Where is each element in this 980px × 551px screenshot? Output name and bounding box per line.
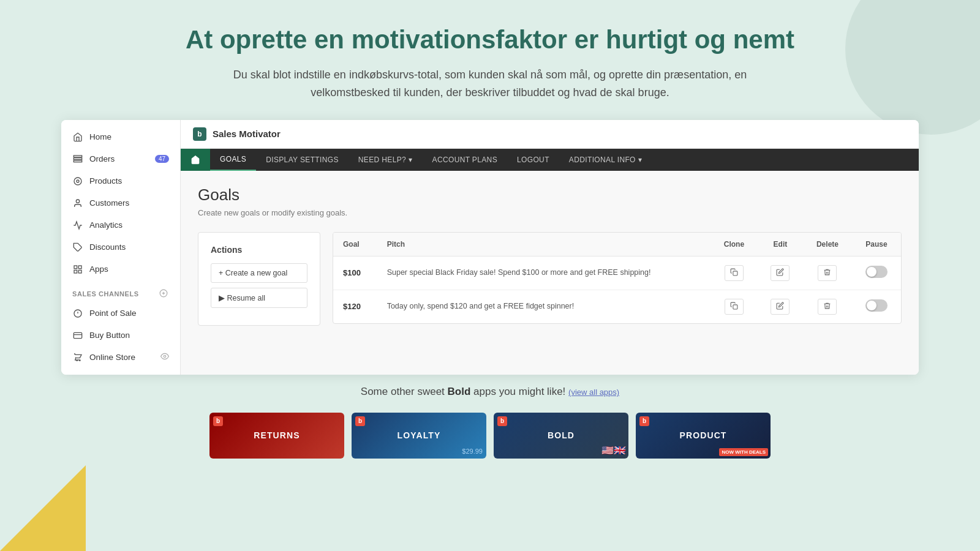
create-new-goal-button[interactable]: + Create a new goal: [211, 263, 307, 283]
nav-home-button[interactable]: [181, 149, 210, 171]
home-icon: [72, 132, 83, 143]
svg-rect-2: [74, 160, 81, 162]
resume-all-label: ▶ Resume all: [219, 293, 265, 302]
bottom-title: Some other sweet Bold apps you might lik…: [61, 386, 919, 398]
goals-table: Goal Pitch Clone Edit Delete Pause $100: [333, 233, 901, 323]
product-b-badge: b: [639, 416, 649, 426]
clone-row2-button[interactable]: [725, 299, 744, 315]
bottom-title-bold: Bold: [448, 386, 471, 397]
add-channel-icon[interactable]: [159, 289, 169, 299]
sidebar-item-customers[interactable]: Customers: [61, 192, 180, 214]
row1-edit-cell: [758, 256, 803, 290]
bottom-title-end: apps you might like!: [470, 386, 565, 397]
svg-rect-8: [78, 266, 81, 269]
goals-table-container: Goal Pitch Clone Edit Delete Pause $100: [333, 232, 902, 324]
delete-row2-button[interactable]: [818, 299, 837, 315]
bg-triangle-decoration: [0, 465, 86, 551]
apps-icon: [72, 264, 83, 275]
hero-title: At oprette en motivationsfaktor er hurti…: [61, 24, 919, 55]
app-content: b Sales Motivator GOALS DISPLAY SETTINGS…: [181, 120, 919, 375]
nav-logout-label: LOGOUT: [517, 156, 549, 164]
svg-point-4: [77, 180, 79, 182]
sidebar-item-analytics-label: Analytics: [89, 220, 123, 230]
bold-b-badge: b: [497, 416, 507, 426]
app-logo: b: [193, 127, 206, 141]
goal-row2-amount: $120: [333, 290, 377, 323]
col-goal: Goal: [333, 233, 377, 257]
sidebar-item-apps[interactable]: Apps: [61, 258, 180, 280]
returns-card-label: RETURNS: [254, 430, 300, 440]
bottom-section: Some other sweet Bold apps you might lik…: [0, 375, 980, 413]
sidebar-item-analytics[interactable]: Analytics: [61, 214, 180, 236]
sidebar-item-discounts[interactable]: Discounts: [61, 236, 180, 258]
loyalty-card-label: LOYALTY: [398, 430, 441, 440]
svg-rect-1: [74, 158, 81, 160]
nav-logout[interactable]: LOGOUT: [507, 149, 559, 170]
sidebar-item-home[interactable]: Home: [61, 126, 180, 148]
row2-delete-cell: [803, 290, 852, 323]
sidebar-item-buy-button[interactable]: Buy Button: [61, 324, 180, 347]
svg-point-3: [74, 178, 81, 185]
goal-row1-pitch: Super special Black Friday sale! Spend $…: [377, 256, 710, 290]
row2-pause-cell: [852, 290, 901, 323]
page-body: Goals Create new goals or modify existin…: [181, 171, 919, 375]
create-goal-label: + Create a new goal: [219, 269, 287, 277]
store-visibility-icon[interactable]: [160, 352, 169, 362]
orders-icon: [72, 154, 83, 165]
loyalty-price: $29.99: [462, 448, 483, 455]
goal-row1-amount: $100: [333, 256, 377, 290]
col-pause: Pause: [852, 233, 901, 257]
clone-row1-button[interactable]: [725, 265, 744, 281]
analytics-icon: [72, 220, 83, 231]
sidebar-item-discounts-label: Discounts: [89, 242, 126, 252]
product-deals-badge: NOW WITH DEALS: [719, 448, 768, 456]
nav-additional-info[interactable]: ADDITIONAL INFO ▾: [559, 149, 652, 170]
nav-additional-info-label: ADDITIONAL INFO: [569, 156, 636, 164]
nav-account-plans[interactable]: ACCOUNT PLANS: [423, 149, 507, 170]
app-card-returns[interactable]: b RETURNS: [209, 413, 344, 459]
app-card-bold[interactable]: b BOLD 🇺🇸🇬🇧: [494, 413, 628, 459]
app-header: b Sales Motivator: [181, 120, 919, 149]
discounts-icon: [72, 242, 83, 253]
edit-row2-button[interactable]: [771, 299, 790, 315]
buy-button-icon: [72, 330, 83, 341]
sidebar: Home Orders 47 Products Customers Anal: [61, 120, 181, 375]
nav-need-help[interactable]: NEED HELP? ▾: [349, 149, 423, 170]
nav-display-settings[interactable]: DISPLAY SETTINGS: [256, 149, 349, 170]
col-edit: Edit: [758, 233, 803, 257]
table-row: $120 Today only, spend $120 and get a FR…: [333, 290, 901, 323]
bold-card-label: BOLD: [548, 430, 575, 440]
bottom-title-start: Some other sweet: [361, 386, 448, 397]
pause-row1-toggle[interactable]: [865, 266, 888, 278]
products-icon: [72, 176, 83, 187]
nav-goals[interactable]: GOALS: [210, 149, 256, 171]
edit-row1-button[interactable]: [771, 265, 790, 281]
sidebar-item-point-of-sale[interactable]: Point of Sale: [61, 302, 180, 324]
sidebar-item-store-label: Online Store: [89, 353, 135, 362]
view-all-apps-link[interactable]: (view all apps): [568, 388, 619, 397]
resume-all-button[interactable]: ▶ Resume all: [211, 288, 307, 308]
app-card-product[interactable]: b PRODUCT NOW WITH DEALS: [636, 413, 771, 459]
delete-row1-button[interactable]: [818, 265, 837, 281]
sales-channels-section: SALES CHANNELS: [61, 280, 180, 302]
app-card-loyalty[interactable]: b LOYALTY $29.99: [352, 413, 486, 459]
svg-point-5: [76, 200, 79, 203]
customers-icon: [72, 198, 83, 209]
page-title: Goals: [198, 186, 902, 204]
app-cards-row: b RETURNS b LOYALTY $29.99 b BOLD 🇺🇸🇬🇧 b…: [61, 413, 919, 459]
orders-badge: 47: [155, 155, 169, 163]
sidebar-item-buy-label: Buy Button: [89, 331, 130, 340]
app-name: Sales Motivator: [213, 129, 281, 139]
sidebar-item-pos-label: Point of Sale: [89, 309, 137, 318]
sidebar-item-online-store[interactable]: Online Store: [61, 347, 180, 369]
svg-rect-20: [733, 271, 737, 276]
col-delete: Delete: [803, 233, 852, 257]
row1-pause-cell: [852, 256, 901, 290]
sidebar-item-orders[interactable]: Orders 47: [61, 148, 180, 170]
actions-panel: Actions + Create a new goal ▶ Resume all: [198, 232, 320, 326]
row2-edit-cell: [758, 290, 803, 323]
sidebar-item-products[interactable]: Products: [61, 170, 180, 192]
sidebar-item-customers-label: Customers: [89, 198, 129, 208]
sales-channels-label: SALES CHANNELS: [72, 290, 139, 298]
pause-row2-toggle[interactable]: [865, 299, 888, 312]
